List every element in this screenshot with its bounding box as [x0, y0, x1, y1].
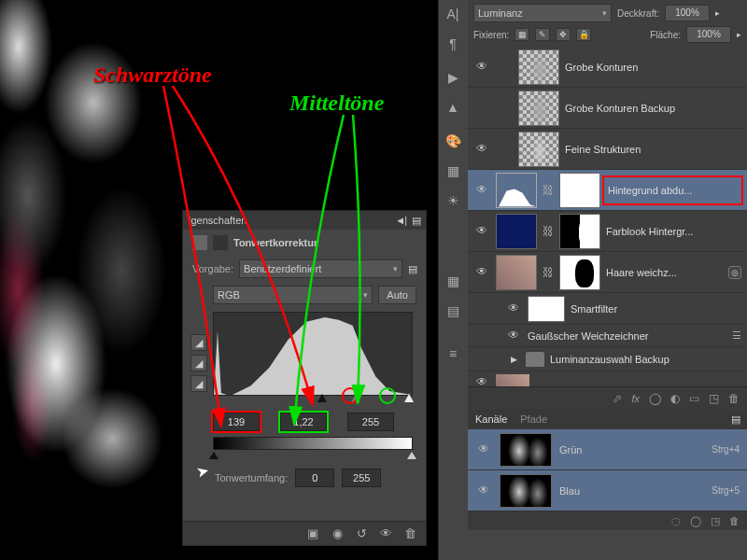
link-layers-icon[interactable]: ⬀	[613, 392, 622, 405]
layer-row[interactable]: 👁 Feine Strukturen	[468, 129, 747, 170]
layer-mask-thumbnail[interactable]	[559, 255, 600, 290]
channel-row[interactable]: 👁 Blau Strg+5	[468, 470, 747, 511]
histogram-panel-icon[interactable]: ▲	[439, 95, 467, 119]
link-mask-icon[interactable]: ⛓	[543, 266, 554, 279]
channel-select[interactable]: RGB ▾	[213, 286, 373, 304]
visibility-toggle-icon[interactable]: 👁	[473, 224, 490, 239]
opacity-flyout-icon[interactable]: ▸	[715, 8, 720, 18]
delete-channel-icon[interactable]: 🗑	[729, 515, 740, 526]
layer-name[interactable]: Farblook Hintergr...	[606, 226, 741, 237]
layer-row-selected[interactable]: 👁 ⛓ Hintegrund abdu...	[468, 170, 747, 211]
reset-icon[interactable]: ↺	[353, 525, 370, 542]
delete-layer-icon[interactable]: 🗑	[728, 392, 740, 405]
input-slider-track[interactable]	[213, 394, 413, 405]
new-channel-icon[interactable]: ◳	[711, 515, 720, 527]
output-white-slider[interactable]	[407, 452, 416, 459]
filter-name[interactable]: Gaußscher Weichzeichner	[528, 330, 726, 342]
blend-mode-select[interactable]: Luminanz ▾	[473, 4, 612, 22]
layer-name[interactable]: Grobe Konturen Backup	[565, 103, 741, 114]
color-panel-icon[interactable]: 🎨	[439, 129, 467, 153]
actions-panel-icon[interactable]: ▤	[439, 299, 467, 323]
channel-row[interactable]: 👁 Grün Strg+4	[468, 429, 747, 470]
preset-menu-icon[interactable]: ▤	[408, 263, 416, 275]
output-slider-track[interactable]	[213, 454, 413, 463]
new-adjustment-icon[interactable]: ◐	[670, 392, 680, 405]
channels-tab[interactable]: Kanäle	[475, 413, 507, 425]
layer-thumbnail[interactable]	[518, 132, 559, 167]
eyedropper-white-icon[interactable]: ◢	[190, 375, 207, 392]
input-mid-field[interactable]: 1,22	[280, 413, 327, 431]
visibility-toggle-icon[interactable]: 👁	[505, 329, 522, 343]
character-panel-icon[interactable]: A|	[439, 2, 467, 26]
group-collapse-icon[interactable]: ▶	[511, 355, 520, 364]
paragraph-panel-icon[interactable]: ¶	[439, 32, 467, 56]
link-mask-icon[interactable]: ⛓	[543, 184, 554, 197]
paths-tab[interactable]: Pfade	[520, 413, 547, 425]
panel-prev-icon[interactable]: ◄|	[395, 215, 406, 226]
clip-to-layer-icon[interactable]: ▣	[304, 525, 321, 542]
layers-panel[interactable]: 👁 Grobe Konturen Grobe Konturen Backup 👁…	[468, 47, 747, 386]
channel-thumbnail[interactable]	[500, 433, 552, 467]
lock-position-icon[interactable]: ✥	[556, 28, 571, 41]
new-layer-icon[interactable]: ◳	[709, 392, 719, 405]
layer-row-partial[interactable]: 👁	[468, 371, 747, 386]
info-panel-icon[interactable]: ≡	[439, 342, 467, 366]
output-black-slider[interactable]	[209, 452, 218, 459]
layer-thumbnail[interactable]	[518, 49, 559, 85]
layer-mask-thumbnail[interactable]	[559, 173, 600, 208]
layer-group-row[interactable]: ▶ Luminanzauswahl Backup	[468, 347, 747, 371]
lock-image-icon[interactable]: ✎	[535, 28, 550, 41]
panel-menu-icon[interactable]: ▤	[412, 215, 420, 227]
smart-filter-item[interactable]: 👁 Gaußscher Weichzeichner ☰	[468, 325, 747, 347]
eyedropper-black-icon[interactable]: ◢	[190, 334, 207, 351]
filter-mask-thumbnail[interactable]	[528, 296, 565, 322]
swatches-panel-icon[interactable]: ▦	[439, 159, 467, 183]
visibility-toggle-icon[interactable]: 👁	[505, 301, 522, 316]
histogram[interactable]	[213, 312, 413, 396]
save-selection-icon[interactable]: ◯	[690, 515, 701, 527]
layer-row[interactable]: 👁 ⛓ Haare weichz... ◎	[468, 252, 747, 293]
input-white-field[interactable]: 255	[347, 413, 394, 431]
fill-flyout-icon[interactable]: ▸	[737, 30, 741, 39]
layer-mask-thumbnail[interactable]	[559, 214, 600, 249]
lock-all-icon[interactable]: 🔒	[576, 28, 591, 41]
visibility-toggle-icon[interactable]: 👁	[475, 442, 492, 457]
visibility-toggle-icon[interactable]: 👁	[475, 483, 492, 498]
black-point-slider[interactable]	[317, 394, 327, 402]
visibility-toggle-icon[interactable]	[488, 352, 505, 367]
lock-transparent-icon[interactable]: ▦	[514, 28, 529, 41]
visibility-toggle-icon[interactable]: 👁	[473, 60, 490, 75]
layer-name[interactable]: Grobe Konturen	[565, 62, 741, 73]
smart-filters-row[interactable]: 👁 Smartfilter	[468, 293, 747, 325]
layer-row[interactable]: Grobe Konturen Backup	[468, 88, 747, 129]
navigator-panel-icon[interactable]: ▶	[439, 65, 467, 90]
white-point-slider[interactable]	[404, 394, 414, 402]
layer-thumbnail[interactable]	[496, 374, 529, 386]
output-black-field[interactable]: 0	[295, 469, 334, 487]
eyedropper-gray-icon[interactable]: ◢	[190, 355, 207, 371]
output-white-field[interactable]: 255	[342, 469, 381, 487]
preset-select[interactable]: Benutzerdefiniert ▾	[239, 259, 402, 278]
solid-color-thumbnail[interactable]	[496, 214, 537, 249]
opacity-field[interactable]: 100%	[665, 5, 710, 21]
visibility-toggle-icon[interactable]: 👁	[473, 375, 490, 386]
filter-blend-options-icon[interactable]: ☰	[732, 329, 741, 342]
output-gradient[interactable]	[213, 437, 413, 450]
styles-panel-icon[interactable]: ☀	[439, 189, 467, 213]
layer-row[interactable]: 👁 Grobe Konturen	[468, 47, 747, 88]
link-mask-icon[interactable]: ⛓	[543, 225, 554, 238]
visibility-toggle-icon[interactable]: 👁	[473, 142, 490, 157]
fill-field[interactable]: 100%	[686, 26, 731, 43]
add-mask-icon[interactable]: ◯	[649, 392, 661, 405]
layer-thumbnail[interactable]	[518, 91, 559, 126]
layer-name[interactable]: Haare weichz...	[606, 267, 723, 278]
input-black-field[interactable]: 139	[213, 413, 260, 431]
levels-adjustment-thumbnail[interactable]	[496, 173, 537, 208]
layer-row[interactable]: 👁 ⛓ Farblook Hintergr...	[468, 211, 747, 252]
smart-object-thumbnail[interactable]	[496, 255, 537, 290]
auto-button[interactable]: Auto	[378, 286, 416, 304]
view-previous-icon[interactable]: ◉	[329, 525, 345, 542]
layer-fx-icon[interactable]: fx	[631, 393, 640, 404]
visibility-toggle-icon[interactable]	[473, 101, 490, 116]
panel-menu-icon[interactable]: ▤	[731, 413, 740, 426]
